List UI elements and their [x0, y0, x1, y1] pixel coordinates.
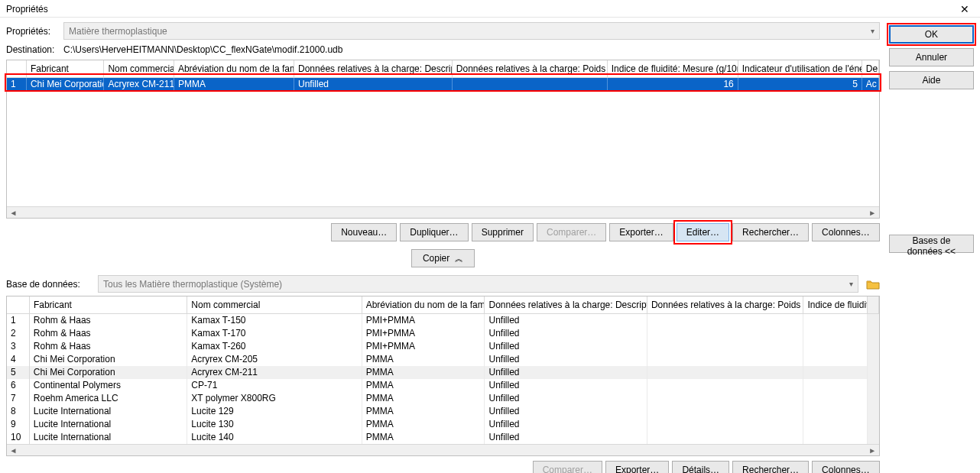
- col-indicateur-energie[interactable]: Indicateur d'utilisation de l'énergie: [738, 60, 862, 77]
- annuler-button[interactable]: Annuler: [889, 48, 974, 66]
- col-indice-fluidite[interactable]: Indice de fluidité: Mesure (g/10min): [608, 60, 738, 77]
- cell-nom: Kamax T-170: [187, 327, 362, 340]
- scroll-left-icon[interactable]: ◄: [7, 209, 20, 217]
- table-row[interactable]: 9Lucite InternationalLucite 130PMMAUnfil…: [7, 418, 879, 431]
- cell-desc: Unfilled: [485, 327, 647, 340]
- col-charge-poids[interactable]: Données relatives à la charge: Poids (%): [453, 60, 608, 77]
- cell-nom: Acryrex CM-211: [187, 366, 362, 379]
- table-row[interactable]: 3Rohm & HaasKamax T-260PMI+PMMAUnfilled: [7, 340, 879, 353]
- cell-nom: CP-71: [187, 379, 362, 392]
- cell-nom: Kamax T-260: [187, 340, 362, 353]
- destination-label: Destination:: [6, 44, 56, 55]
- cell-desc: Unfilled: [485, 431, 647, 444]
- colonnes2-button[interactable]: Colonnes…: [812, 461, 880, 473]
- exporter2-button[interactable]: Exporter…: [605, 461, 669, 473]
- cell-flu: [803, 418, 867, 431]
- copier-button[interactable]: Copier ︽: [411, 249, 475, 267]
- cell-abv: PMMA: [362, 353, 485, 366]
- cell-abv: PMI+PMMA: [362, 314, 485, 327]
- open-folder-icon[interactable]: [866, 278, 880, 290]
- comparer-button: Comparer…: [537, 223, 606, 241]
- cell-fab: Continental Polymers: [30, 379, 187, 392]
- aide-button[interactable]: Aide: [889, 71, 974, 89]
- table-row[interactable]: 5Chi Mei CorporationAcryrex CM-211PMMAUn…: [7, 366, 879, 379]
- cell-desc: Unfilled: [294, 78, 453, 92]
- table-row[interactable]: 8Lucite InternationalLucite 129PMMAUnfil…: [7, 405, 879, 418]
- scroll-right-icon[interactable]: ►: [866, 446, 879, 455]
- scroll-right-icon[interactable]: ►: [866, 209, 879, 217]
- selected-materials-grid[interactable]: Fabricant Nom commercial Abréviation du …: [6, 60, 880, 219]
- comparer2-button: Comparer…: [533, 461, 602, 473]
- cell-fab: Chi Mei Corporation: [27, 78, 104, 92]
- database-grid[interactable]: Fabricant Nom commercial Abréviation du …: [6, 296, 880, 456]
- database-combo[interactable]: Tous les Matière thermoplastique (Systèm…: [98, 275, 858, 293]
- grid1-header[interactable]: Fabricant Nom commercial Abréviation du …: [7, 60, 879, 78]
- col2-fabricant[interactable]: Fabricant: [30, 296, 187, 313]
- table-row[interactable]: 6Continental PolymersCP-71PMMAUnfilled: [7, 379, 879, 392]
- col2-desc[interactable]: Données relatives à la charge: Descripti…: [485, 296, 647, 313]
- properties-combo[interactable]: Matière thermoplastique ▾: [63, 22, 880, 40]
- chevron-down-icon: ▾: [871, 27, 875, 35]
- table-row[interactable]: 1Rohm & HaasKamax T-150PMI+PMMAUnfilled: [7, 314, 879, 327]
- cell-abv: PMMA: [362, 405, 485, 418]
- table-row[interactable]: 4Chi Mei CorporationAcryrex CM-205PMMAUn…: [7, 353, 879, 366]
- cell-abv: PMMA: [362, 379, 485, 392]
- cell-idx: 9: [7, 418, 30, 431]
- cell-pds: [647, 418, 804, 431]
- cell-pds: [647, 327, 804, 340]
- grid2-hscrollbar[interactable]: ◄ ►: [7, 444, 879, 455]
- colonnes-button[interactable]: Colonnes…: [812, 223, 880, 241]
- exporter-button[interactable]: Exporter…: [609, 223, 673, 241]
- cell-nom: Lucite 129: [187, 405, 362, 418]
- cell-pds: [453, 78, 608, 92]
- cell-desc: Unfilled: [485, 392, 647, 405]
- table-row[interactable]: 7Roehm America LLCXT polymer X800RGPMMAU…: [7, 392, 879, 405]
- dupliquer-button[interactable]: Dupliquer…: [400, 223, 468, 241]
- cell-fab: Rohm & Haas: [30, 314, 187, 327]
- col2-abv[interactable]: Abréviation du nom de la famille: [362, 296, 485, 313]
- rechercher-button[interactable]: Rechercher…: [732, 223, 809, 241]
- cell-nom: Acryrex CM-205: [187, 353, 362, 366]
- nouveau-button[interactable]: Nouveau…: [331, 223, 397, 241]
- supprimer-button[interactable]: Supprimer: [472, 223, 534, 241]
- col-fabricant[interactable]: Fabricant: [27, 60, 104, 77]
- cell-idx: 3: [7, 340, 30, 353]
- cell-pds: [647, 392, 804, 405]
- table-row[interactable]: 10Lucite InternationalLucite 140PMMAUnfi…: [7, 431, 879, 444]
- cell-desc: Unfilled: [485, 418, 647, 431]
- cell-pds: [647, 314, 804, 327]
- scroll-left-icon[interactable]: ◄: [7, 446, 20, 455]
- cell-nom: XT polymer X800RG: [187, 392, 362, 405]
- col-abreviation[interactable]: Abréviation du nom de la famille: [174, 60, 294, 77]
- destination-row: Destination: C:\Users\HerveHEITMANN\Desk…: [6, 43, 880, 57]
- cell-de: Ac: [862, 78, 879, 92]
- grid2-header[interactable]: Fabricant Nom commercial Abréviation du …: [7, 296, 879, 314]
- col2-pds[interactable]: Données relatives à la charge: Poids (%): [647, 296, 803, 313]
- col-charge-description[interactable]: Données relatives à la charge: Descripti…: [294, 60, 453, 77]
- grid1-row-selected[interactable]: 1 Chi Mei Corporation Acryrex CM-211 PMM…: [7, 78, 879, 92]
- col2-flu[interactable]: Indice de fluidité: Me: [803, 296, 867, 313]
- cell-abv: PMMA: [362, 418, 485, 431]
- cell-desc: Unfilled: [485, 314, 647, 327]
- rechercher2-button[interactable]: Rechercher…: [732, 461, 809, 473]
- col-de[interactable]: De: [862, 60, 879, 77]
- cell-idx: 2: [7, 327, 30, 340]
- database-row: Base de données: Tous les Matière thermo…: [6, 275, 880, 293]
- col2-nom[interactable]: Nom commercial: [187, 296, 362, 313]
- cell-fab: Lucite International: [30, 418, 187, 431]
- cell-desc: Unfilled: [485, 340, 647, 353]
- table-row[interactable]: 2Rohm & HaasKamax T-170PMI+PMMAUnfilled: [7, 327, 879, 340]
- col-nom-commercial[interactable]: Nom commercial: [104, 60, 174, 77]
- cell-idx: 1: [7, 78, 27, 92]
- editer-button[interactable]: Editer…: [677, 223, 729, 241]
- cell-idx: 4: [7, 353, 30, 366]
- grid1-hscrollbar[interactable]: ◄ ►: [7, 206, 879, 218]
- details-button[interactable]: Détails…: [672, 461, 729, 473]
- cell-flu: [803, 379, 867, 392]
- window-title: Propriétés: [6, 4, 48, 15]
- close-icon[interactable]: ✕: [956, 3, 974, 15]
- bases-de-donnees-button[interactable]: Bases de données <<: [889, 235, 974, 253]
- cell-flu: [803, 405, 867, 418]
- cell-nom: Lucite 130: [187, 418, 362, 431]
- ok-button[interactable]: OK: [889, 25, 974, 44]
